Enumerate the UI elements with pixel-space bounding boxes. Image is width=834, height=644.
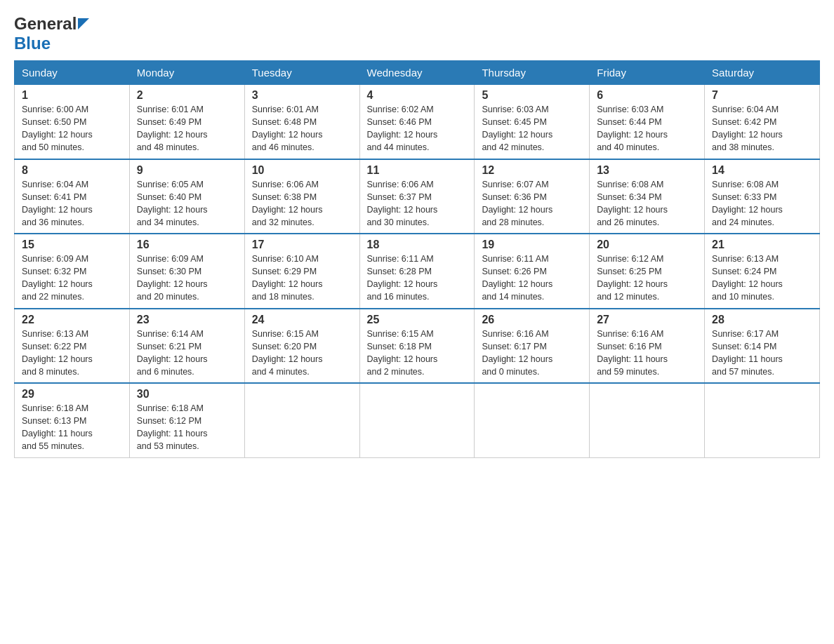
day-number: 4 (367, 89, 468, 102)
day-cell: 1Sunrise: 6:00 AMSunset: 6:50 PMDaylight… (15, 85, 130, 159)
day-cell (244, 383, 359, 457)
day-info: Sunrise: 6:15 AMSunset: 6:18 PMDaylight:… (367, 329, 438, 377)
day-info: Sunrise: 6:03 AMSunset: 6:45 PMDaylight:… (482, 105, 552, 152)
day-number: 12 (482, 164, 582, 177)
day-cell: 23Sunrise: 6:14 AMSunset: 6:21 PMDayligh… (129, 309, 244, 384)
day-cell: 28Sunrise: 6:17 AMSunset: 6:14 PMDayligh… (705, 309, 820, 384)
day-info: Sunrise: 6:13 AMSunset: 6:24 PMDaylight:… (712, 254, 783, 302)
day-info: Sunrise: 6:02 AMSunset: 6:46 PMDaylight:… (367, 105, 438, 152)
day-number: 26 (482, 314, 582, 326)
day-cell (475, 383, 590, 457)
day-number: 29 (22, 388, 122, 401)
day-info: Sunrise: 6:16 AMSunset: 6:17 PMDaylight:… (482, 329, 552, 377)
day-cell: 30Sunrise: 6:18 AMSunset: 6:12 PMDayligh… (129, 383, 244, 457)
weekday-header-friday: Friday (590, 61, 705, 85)
day-cell: 8Sunrise: 6:04 AMSunset: 6:41 PMDaylight… (15, 159, 130, 234)
weekday-header-saturday: Saturday (705, 61, 820, 85)
day-number: 9 (137, 164, 237, 177)
day-number: 15 (22, 239, 122, 251)
day-number: 28 (712, 314, 812, 326)
day-number: 3 (252, 89, 352, 102)
day-info: Sunrise: 6:01 AMSunset: 6:49 PMDaylight:… (137, 105, 208, 152)
day-number: 23 (137, 314, 237, 326)
day-info: Sunrise: 6:11 AMSunset: 6:28 PMDaylight:… (367, 254, 438, 302)
day-number: 11 (367, 164, 468, 177)
day-cell: 3Sunrise: 6:01 AMSunset: 6:48 PMDaylight… (244, 85, 359, 159)
day-info: Sunrise: 6:08 AMSunset: 6:33 PMDaylight:… (712, 180, 783, 227)
day-number: 21 (712, 239, 812, 251)
day-number: 1 (22, 89, 122, 102)
day-cell: 6Sunrise: 6:03 AMSunset: 6:44 PMDaylight… (590, 85, 705, 159)
day-cell: 18Sunrise: 6:11 AMSunset: 6:28 PMDayligh… (359, 234, 475, 309)
day-info: Sunrise: 6:10 AMSunset: 6:29 PMDaylight:… (252, 254, 323, 302)
day-cell (705, 383, 820, 457)
day-info: Sunrise: 6:12 AMSunset: 6:25 PMDaylight:… (597, 254, 668, 302)
day-cell: 17Sunrise: 6:10 AMSunset: 6:29 PMDayligh… (244, 234, 359, 309)
day-cell: 26Sunrise: 6:16 AMSunset: 6:17 PMDayligh… (475, 309, 590, 384)
weekday-header-thursday: Thursday (475, 61, 590, 85)
weekday-header-row: SundayMondayTuesdayWednesdayThursdayFrid… (15, 61, 820, 85)
day-number: 6 (597, 89, 697, 102)
day-number: 24 (252, 314, 352, 326)
day-cell: 19Sunrise: 6:11 AMSunset: 6:26 PMDayligh… (475, 234, 590, 309)
day-cell: 22Sunrise: 6:13 AMSunset: 6:22 PMDayligh… (15, 309, 130, 384)
day-cell: 20Sunrise: 6:12 AMSunset: 6:25 PMDayligh… (590, 234, 705, 309)
day-info: Sunrise: 6:15 AMSunset: 6:20 PMDaylight:… (252, 329, 323, 377)
day-cell: 12Sunrise: 6:07 AMSunset: 6:36 PMDayligh… (475, 159, 590, 234)
day-cell: 25Sunrise: 6:15 AMSunset: 6:18 PMDayligh… (359, 309, 475, 384)
day-number: 2 (137, 89, 237, 102)
day-cell: 2Sunrise: 6:01 AMSunset: 6:49 PMDaylight… (129, 85, 244, 159)
week-row-2: 8Sunrise: 6:04 AMSunset: 6:41 PMDaylight… (15, 159, 820, 234)
day-info: Sunrise: 6:04 AMSunset: 6:41 PMDaylight:… (22, 180, 93, 227)
weekday-header-wednesday: Wednesday (359, 61, 475, 85)
week-row-5: 29Sunrise: 6:18 AMSunset: 6:13 PMDayligh… (15, 383, 820, 457)
day-cell: 14Sunrise: 6:08 AMSunset: 6:33 PMDayligh… (705, 159, 820, 234)
day-number: 18 (367, 239, 468, 251)
day-number: 30 (137, 388, 237, 401)
day-cell: 24Sunrise: 6:15 AMSunset: 6:20 PMDayligh… (244, 309, 359, 384)
day-cell: 21Sunrise: 6:13 AMSunset: 6:24 PMDayligh… (705, 234, 820, 309)
day-info: Sunrise: 6:14 AMSunset: 6:21 PMDaylight:… (137, 329, 208, 377)
day-cell: 10Sunrise: 6:06 AMSunset: 6:38 PMDayligh… (244, 159, 359, 234)
logo-general-text: General (14, 14, 77, 34)
day-info: Sunrise: 6:06 AMSunset: 6:38 PMDaylight:… (252, 180, 323, 227)
weekday-header-monday: Monday (129, 61, 244, 85)
day-number: 10 (252, 164, 352, 177)
day-cell (590, 383, 705, 457)
day-cell: 13Sunrise: 6:08 AMSunset: 6:34 PMDayligh… (590, 159, 705, 234)
weekday-header-sunday: Sunday (15, 61, 130, 85)
calendar-table: SundayMondayTuesdayWednesdayThursdayFrid… (14, 60, 820, 458)
day-info: Sunrise: 6:09 AMSunset: 6:30 PMDaylight:… (137, 254, 208, 302)
header: General Blue (14, 14, 820, 53)
day-info: Sunrise: 6:07 AMSunset: 6:36 PMDaylight:… (482, 180, 552, 227)
day-info: Sunrise: 6:13 AMSunset: 6:22 PMDaylight:… (22, 329, 93, 377)
day-cell: 29Sunrise: 6:18 AMSunset: 6:13 PMDayligh… (15, 383, 130, 457)
day-info: Sunrise: 6:11 AMSunset: 6:26 PMDaylight:… (482, 254, 552, 302)
day-info: Sunrise: 6:18 AMSunset: 6:12 PMDaylight:… (137, 403, 208, 451)
day-cell: 15Sunrise: 6:09 AMSunset: 6:32 PMDayligh… (15, 234, 130, 309)
day-number: 27 (597, 314, 697, 326)
day-number: 14 (712, 164, 812, 177)
day-cell: 11Sunrise: 6:06 AMSunset: 6:37 PMDayligh… (359, 159, 475, 234)
day-info: Sunrise: 6:00 AMSunset: 6:50 PMDaylight:… (22, 105, 93, 152)
day-info: Sunrise: 6:18 AMSunset: 6:13 PMDaylight:… (22, 403, 93, 451)
day-info: Sunrise: 6:17 AMSunset: 6:14 PMDaylight:… (712, 329, 783, 377)
week-row-3: 15Sunrise: 6:09 AMSunset: 6:32 PMDayligh… (15, 234, 820, 309)
week-row-4: 22Sunrise: 6:13 AMSunset: 6:22 PMDayligh… (15, 309, 820, 384)
day-cell: 9Sunrise: 6:05 AMSunset: 6:40 PMDaylight… (129, 159, 244, 234)
day-number: 20 (597, 239, 697, 251)
day-cell: 27Sunrise: 6:16 AMSunset: 6:16 PMDayligh… (590, 309, 705, 384)
day-info: Sunrise: 6:05 AMSunset: 6:40 PMDaylight:… (137, 180, 208, 227)
day-number: 25 (367, 314, 468, 326)
weekday-header-tuesday: Tuesday (244, 61, 359, 85)
day-info: Sunrise: 6:03 AMSunset: 6:44 PMDaylight:… (597, 105, 668, 152)
day-number: 16 (137, 239, 237, 251)
day-info: Sunrise: 6:01 AMSunset: 6:48 PMDaylight:… (252, 105, 323, 152)
day-number: 8 (22, 164, 122, 177)
day-cell: 7Sunrise: 6:04 AMSunset: 6:42 PMDaylight… (705, 85, 820, 159)
logo-blue-text: Blue (14, 34, 51, 53)
day-cell: 16Sunrise: 6:09 AMSunset: 6:30 PMDayligh… (129, 234, 244, 309)
day-number: 17 (252, 239, 352, 251)
day-number: 13 (597, 164, 697, 177)
day-number: 19 (482, 239, 582, 251)
